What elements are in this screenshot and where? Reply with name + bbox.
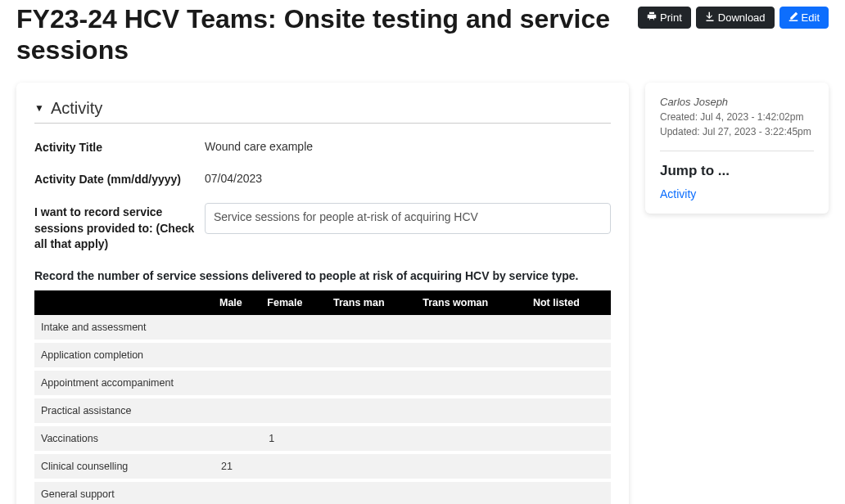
print-button[interactable]: Print	[638, 7, 691, 29]
table-row: Appointment accompaniment	[34, 369, 611, 397]
cell	[418, 369, 528, 397]
row-label: Intake and assessment	[34, 315, 215, 341]
download-button[interactable]: Download	[696, 7, 775, 29]
print-icon	[647, 11, 657, 24]
cell	[262, 480, 328, 504]
jump-to-title: Jump to ...	[660, 163, 814, 179]
cell	[215, 397, 262, 425]
activity-title-value: Wound care example	[205, 138, 611, 153]
header-actions: Print Download Edit	[638, 7, 829, 29]
download-label: Download	[718, 11, 766, 24]
cell	[262, 369, 328, 397]
cell	[215, 369, 262, 397]
cell	[215, 480, 262, 504]
row-label: Practical assistance	[34, 397, 215, 425]
sidebar-created: Created: Jul 4, 2023 - 1:42:02pm	[660, 110, 814, 124]
cell	[328, 315, 418, 341]
cell: 21	[215, 452, 262, 480]
cell	[528, 425, 611, 452]
col-trans-man: Trans man	[328, 290, 418, 315]
cell	[418, 315, 528, 341]
col-female: Female	[262, 290, 328, 315]
cell	[262, 452, 328, 480]
cell	[328, 480, 418, 504]
table-row: General support	[34, 480, 611, 504]
service-table: Male Female Trans man Trans woman Not li…	[34, 290, 611, 504]
cell	[528, 315, 611, 341]
row-label: Application completion	[34, 341, 215, 369]
col-blank	[34, 290, 215, 315]
cell	[418, 452, 528, 480]
col-not-listed: Not listed	[528, 290, 611, 315]
sidebar-user: Carlos Joseph	[660, 96, 814, 108]
cell	[215, 425, 262, 452]
cell	[528, 452, 611, 480]
cell	[328, 397, 418, 425]
record-for-select[interactable]: Service sessions for people at-risk of a…	[205, 203, 611, 234]
cell	[262, 397, 328, 425]
row-label: Appointment accompaniment	[34, 369, 215, 397]
cell	[328, 369, 418, 397]
table-row: Clinical counselling21	[34, 452, 611, 480]
main-card: ▼ Activity Activity Title Wound care exa…	[16, 83, 629, 504]
download-icon	[705, 11, 715, 24]
sidebar-updated: Updated: Jul 27, 2023 - 3:22:45pm	[660, 124, 814, 139]
cell	[215, 315, 262, 341]
activity-date-value: 07/04/2023	[205, 170, 611, 185]
side-card: Carlos Joseph Created: Jul 4, 2023 - 1:4…	[645, 83, 829, 214]
table-row: Practical assistance	[34, 397, 611, 425]
activity-title-label: Activity Title	[34, 138, 205, 156]
print-label: Print	[660, 11, 682, 24]
section-title: Activity	[51, 99, 102, 118]
sidebar-divider	[660, 151, 814, 151]
table-row: Intake and assessment	[34, 315, 611, 341]
cell	[262, 341, 328, 369]
row-label: General support	[34, 480, 215, 504]
section-toggle-activity[interactable]: ▼ Activity	[34, 99, 611, 124]
col-male: Male	[215, 290, 262, 315]
cell	[528, 397, 611, 425]
cell	[528, 480, 611, 504]
col-trans-woman: Trans woman	[418, 290, 528, 315]
cell	[262, 315, 328, 341]
cell	[418, 341, 528, 369]
row-label: Vaccinations	[34, 425, 215, 452]
record-for-label: I want to record service sessions provid…	[34, 203, 205, 253]
activity-date-label: Activity Date (mm/dd/yyyy)	[34, 170, 205, 188]
table-row: Vaccinations1	[34, 425, 611, 452]
cell	[418, 480, 528, 504]
cell	[528, 369, 611, 397]
table-row: Application completion	[34, 341, 611, 369]
jump-link-activity[interactable]: Activity	[660, 187, 696, 200]
cell	[328, 452, 418, 480]
edit-label: Edit	[802, 11, 820, 24]
row-label: Clinical counselling	[34, 452, 215, 480]
edit-button[interactable]: Edit	[779, 7, 829, 29]
cell	[418, 397, 528, 425]
cell	[328, 341, 418, 369]
page-title: FY23-24 HCV Teams: Onsite testing and se…	[16, 3, 638, 66]
cell	[328, 425, 418, 452]
collapse-icon: ▼	[34, 102, 44, 114]
cell: 1	[262, 425, 328, 452]
cell	[528, 341, 611, 369]
table-header-row: Male Female Trans man Trans woman Not li…	[34, 290, 611, 315]
edit-icon	[789, 11, 798, 24]
table-instruction: Record the number of service sessions de…	[34, 269, 611, 282]
cell	[418, 425, 528, 452]
cell	[215, 341, 262, 369]
